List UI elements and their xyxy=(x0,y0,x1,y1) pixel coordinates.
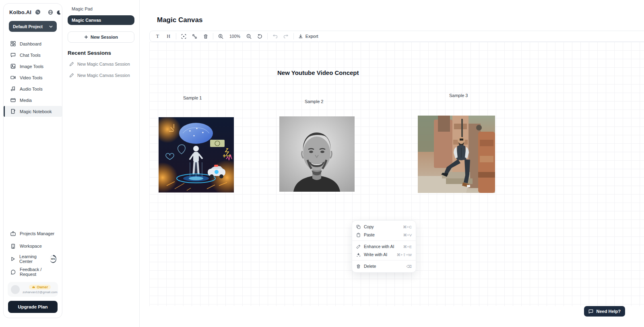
context-menu-shortcut: ⌫ xyxy=(407,264,412,269)
chevron-down-icon xyxy=(49,25,53,28)
chat-square-icon xyxy=(588,309,593,314)
export-button[interactable]: Export xyxy=(297,34,320,39)
sample-1-label[interactable]: Sample 1 xyxy=(183,95,202,100)
pencil-icon xyxy=(69,73,74,78)
new-session-label: New Session xyxy=(91,35,118,39)
context-menu-shortcut: ⌘+⇧+W xyxy=(396,252,412,257)
context-menu-item-copy[interactable]: Copy ⌘+C xyxy=(352,223,416,231)
context-menu-shortcut: ⌘+E xyxy=(403,244,412,249)
tab-magic-pad[interactable]: Magic Pad xyxy=(68,6,134,15)
sidebar-item-chat-tools[interactable]: Chat Tools xyxy=(4,50,62,60)
dark-mode-moon-button[interactable] xyxy=(56,10,61,15)
context-menu-divider xyxy=(352,240,416,241)
context-menu-item-write-with-ai[interactable]: Write with AI ⌘+⇧+W xyxy=(352,250,416,259)
context-menu-item-delete[interactable]: Delete ⌫ xyxy=(352,262,416,270)
canvas-heading-text[interactable]: New Youtube Video Concept xyxy=(277,69,359,76)
context-menu-shortcut: ⌘+V xyxy=(403,233,412,237)
sidebar-item-label: Image Tools xyxy=(20,64,43,69)
zoom-out-button[interactable] xyxy=(244,32,254,41)
sidebar-item-label: Projects Manager xyxy=(20,231,54,236)
owner-badge: Owner xyxy=(29,285,51,290)
context-menu-label: Delete xyxy=(364,264,403,269)
trash-icon xyxy=(356,264,361,269)
sidebar-item-projects-manager[interactable]: Projects Manager xyxy=(4,228,62,240)
user-account-card[interactable]: Owner zoharvan12@gmail.com xyxy=(8,282,58,297)
image-icon xyxy=(10,64,16,69)
context-menu-label: Copy xyxy=(364,224,400,229)
sidebar-item-audio-tools[interactable]: Audio Tools xyxy=(4,83,62,94)
export-label: Export xyxy=(305,34,318,39)
zoom-level: 100% xyxy=(227,34,243,39)
session-list-item[interactable]: New Magic Canvas Session xyxy=(68,58,134,70)
need-help-button[interactable]: Need Help? xyxy=(584,306,625,317)
page-title: Magic Canvas xyxy=(157,16,202,24)
sidebar-item-label: Feedback / Request xyxy=(20,267,56,277)
language-globe-button[interactable] xyxy=(48,10,53,15)
sparkles-icon xyxy=(356,252,361,257)
briefcase-icon xyxy=(10,231,16,236)
project-selector-label: Default Project xyxy=(13,24,43,29)
context-menu-label: Write with AI xyxy=(364,252,393,257)
sample-2-image[interactable] xyxy=(279,116,355,192)
project-selector[interactable]: Default Project xyxy=(9,21,57,32)
sidebar-item-video-tools[interactable]: Video Tools xyxy=(4,72,62,83)
heading-tool-button[interactable]: H xyxy=(164,32,173,41)
user-email: zoharvan12@gmail.com xyxy=(23,290,57,294)
canvas-toolbar: T H 100% Export xyxy=(149,31,644,42)
download-icon xyxy=(298,34,303,39)
sidebar-item-learning-center[interactable]: Learning Center 66% xyxy=(4,252,62,265)
context-menu-shortcut: ⌘+C xyxy=(403,225,412,229)
sidebar-item-feedback-request[interactable]: Feedback / Request xyxy=(4,266,62,278)
context-menu-label: Paste xyxy=(364,232,400,237)
zoom-in-button[interactable] xyxy=(216,32,225,41)
session-list-item[interactable]: New Magic Canvas Session xyxy=(68,70,134,81)
learning-progress-badge: 66% xyxy=(50,255,56,263)
tab-magic-canvas[interactable]: Magic Canvas xyxy=(68,15,134,25)
sidebar-item-dashboard[interactable]: Dashboard xyxy=(4,38,62,49)
avatar xyxy=(11,285,20,294)
context-menu-item-paste[interactable]: Paste ⌘+V xyxy=(352,231,416,239)
sample-3-image[interactable] xyxy=(418,116,495,193)
clipboard-icon xyxy=(356,233,361,237)
sample-1-image[interactable] xyxy=(159,117,234,192)
toolbar-separator xyxy=(267,33,268,39)
plus-icon xyxy=(84,35,88,39)
upgrade-plan-button[interactable]: Upgrade Plan xyxy=(8,301,58,313)
sidebar-item-label: Audio Tools xyxy=(20,87,43,91)
connector-tool-button[interactable] xyxy=(190,32,199,41)
sidebar-item-media[interactable]: Media xyxy=(4,95,62,106)
reset-view-button[interactable] xyxy=(255,32,264,41)
text-tool-button[interactable]: T xyxy=(153,32,162,41)
feedback-bubble-icon xyxy=(10,269,16,275)
sessions-panel: Magic Pad Magic Canvas New Session Recen… xyxy=(63,0,140,327)
sidebar-item-label: Media xyxy=(20,98,32,103)
logo-row: Kolbo.AI xyxy=(4,9,62,15)
notebook-pen-icon xyxy=(10,109,16,114)
sidebar-item-workspace[interactable]: Workspace xyxy=(4,240,62,252)
copy-icon xyxy=(356,225,361,229)
owner-badge-label: Owner xyxy=(37,285,48,289)
sidebar-item-magic-notebook[interactable]: Magic Notebook xyxy=(4,106,62,117)
brand-logo: Kolbo.AI xyxy=(9,9,31,15)
context-menu-label: Enhance with AI xyxy=(364,244,400,249)
sample-3-label[interactable]: Sample 3 xyxy=(449,93,468,98)
new-session-button[interactable]: New Session xyxy=(68,31,134,43)
need-help-label: Need Help? xyxy=(596,309,621,314)
session-title: New Magic Canvas Session xyxy=(77,73,130,78)
video-camera-icon xyxy=(10,75,16,80)
select-scan-button[interactable] xyxy=(179,32,188,41)
crown-icon xyxy=(32,286,35,289)
brain-logo-icon xyxy=(35,9,41,15)
sample-2-label[interactable]: Sample 2 xyxy=(305,99,323,104)
undo-button[interactable] xyxy=(270,32,280,41)
redo-button[interactable] xyxy=(281,32,291,41)
toolbar-separator xyxy=(213,33,213,39)
delete-tool-button[interactable] xyxy=(201,32,210,41)
sidebar-item-label: Learning Center xyxy=(19,254,45,264)
toolbar-separator xyxy=(176,33,176,39)
sidebar-item-image-tools[interactable]: Image Tools xyxy=(4,61,62,72)
magic-canvas-grid[interactable]: New Youtube Video Concept Sample 1 Sampl… xyxy=(149,42,644,306)
play-icon xyxy=(10,257,15,261)
context-menu-item-enhance-with-ai[interactable]: Enhance with AI ⌘+E xyxy=(352,242,416,250)
sidebar-item-label: Magic Notebook xyxy=(20,109,52,114)
